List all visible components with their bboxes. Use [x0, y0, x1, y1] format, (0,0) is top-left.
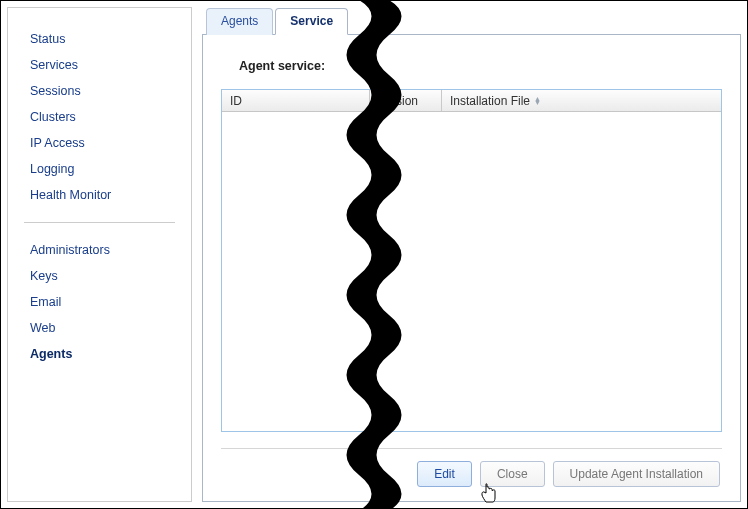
sidebar-item-services[interactable]: Services: [8, 52, 191, 78]
sidebar-item-clusters[interactable]: Clusters: [8, 104, 191, 130]
sidebar-divider: [24, 222, 175, 223]
edit-button[interactable]: Edit: [417, 461, 472, 487]
table-body-empty: [222, 112, 721, 432]
sidebar-group-1: Status Services Sessions Clusters IP Acc…: [8, 20, 191, 214]
column-header-installation-file[interactable]: Installation File ▲▼: [442, 90, 721, 111]
sidebar-item-logging[interactable]: Logging: [8, 156, 191, 182]
sidebar-item-email[interactable]: Email: [8, 289, 191, 315]
sort-icon: ▲▼: [534, 97, 541, 105]
sidebar-item-web[interactable]: Web: [8, 315, 191, 341]
sidebar-item-agents[interactable]: Agents: [8, 341, 191, 367]
sidebar-item-status[interactable]: Status: [8, 26, 191, 52]
sidebar: Status Services Sessions Clusters IP Acc…: [7, 7, 192, 502]
table-header-row: ID Version Installation File ▲▼: [222, 90, 721, 112]
main-area: Agents Service Agent service: ID Version…: [202, 7, 741, 502]
column-header-id[interactable]: ID: [222, 90, 370, 111]
tab-agents[interactable]: Agents: [206, 8, 273, 35]
sidebar-item-sessions[interactable]: Sessions: [8, 78, 191, 104]
tab-service[interactable]: Service: [275, 8, 348, 35]
tab-strip: Agents Service: [202, 7, 741, 34]
sidebar-item-administrators[interactable]: Administrators: [8, 237, 191, 263]
agent-service-table: ID Version Installation File ▲▼: [221, 89, 722, 432]
section-title: Agent service:: [239, 59, 722, 73]
update-agent-installation-button[interactable]: Update Agent Installation: [553, 461, 720, 487]
button-row: Edit Close Update Agent Installation: [221, 461, 722, 487]
close-button[interactable]: Close: [480, 461, 545, 487]
panel-divider: [221, 448, 722, 449]
tab-panel-service: Agent service: ID Version Installation F…: [202, 34, 741, 502]
sidebar-item-ip-access[interactable]: IP Access: [8, 130, 191, 156]
sidebar-item-keys[interactable]: Keys: [8, 263, 191, 289]
column-header-version[interactable]: Version: [370, 90, 442, 111]
app-root: Status Services Sessions Clusters IP Acc…: [0, 0, 748, 509]
sidebar-item-health-monitor[interactable]: Health Monitor: [8, 182, 191, 208]
sidebar-group-2: Administrators Keys Email Web Agents: [8, 231, 191, 373]
column-header-installation-file-label: Installation File: [450, 94, 530, 108]
